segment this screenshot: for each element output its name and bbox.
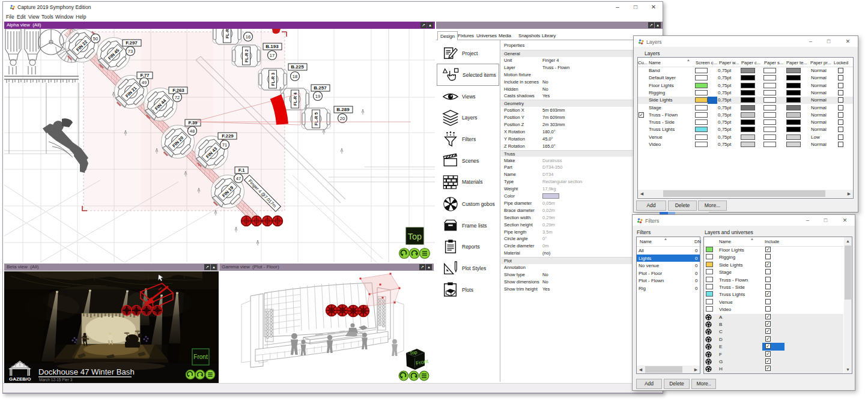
svg-text:B.193: B.193 [266,44,279,49]
svg-text:16: 16 [246,34,250,40]
svg-text:FL-R 3: FL-R 3 [271,73,275,86]
svg-text:B.257: B.257 [314,85,327,91]
svg-text:47: 47 [236,176,241,181]
svg-text:49: 49 [142,80,147,85]
svg-text:Front: Front [193,354,208,360]
svg-text:March 12-15 Pier 3: March 12-15 Pier 3 [39,378,73,382]
svg-text:F.39: F.39 [188,120,198,125]
svg-text:FL-R 5: FL-R 5 [314,112,318,125]
svg-text:FL-R: FL-R [225,29,229,38]
svg-text:F.1: F.1 [238,167,245,173]
svg-text:73: 73 [128,49,133,54]
svg-text:20: 20 [340,116,345,121]
svg-text:72: 72 [175,95,180,100]
svg-text:50: 50 [93,36,98,41]
svg-text:19: 19 [315,94,320,99]
svg-text:71: 71 [222,142,227,148]
svg-text:FL-R 2: FL-R 2 [244,49,249,62]
svg-text:18: 18 [293,74,297,79]
svg-text:F.229: F.229 [222,133,234,139]
svg-text:Top: Top [408,232,422,241]
svg-text:48: 48 [190,128,195,134]
svg-text:F.263: F.263 [172,88,184,93]
svg-text:GAZEB/O: GAZEB/O [9,376,31,382]
svg-text:B.225: B.225 [291,64,304,70]
svg-text:B.289: B.289 [336,107,350,112]
svg-text:Dockhouse 47 Winter Bash: Dockhouse 47 Winter Bash [38,367,135,376]
svg-text:F.297: F.297 [126,40,138,46]
svg-text:F.77: F.77 [140,73,150,78]
svg-text:17: 17 [270,53,275,58]
